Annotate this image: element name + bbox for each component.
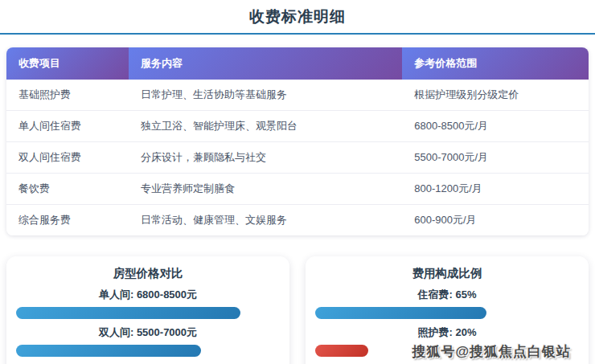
- cell-price: 5500-7000元/月: [402, 142, 589, 174]
- cell-service: 独立卫浴、智能护理床、观景阳台: [129, 111, 402, 142]
- cell-fee-item: 单人间住宿费: [6, 111, 129, 142]
- bar-label-single-room: 单人间: 6800-8500元: [16, 288, 280, 302]
- cell-service: 分床设计，兼顾隐私与社交: [129, 142, 402, 174]
- cell-service: 日常活动、健康管理、文娱服务: [129, 205, 402, 236]
- chart-title: 费用构成比例: [315, 266, 579, 281]
- cell-fee-item: 综合服务费: [6, 205, 129, 236]
- table-row: 综合服务费 日常活动、健康管理、文娱服务 600-900元/月: [6, 205, 589, 236]
- cell-price: 根据护理级别分级定价: [402, 80, 589, 111]
- watermark: 搜狐号@搜狐焦点白银站: [412, 342, 571, 361]
- cell-price: 600-900元/月: [402, 205, 589, 236]
- table-row: 基础照护费 日常护理、生活协助等基础服务 根据护理级别分级定价: [6, 80, 589, 111]
- fee-table: 收费项目 服务内容 参考价格范围 基础照护费 日常护理、生活协助等基础服务 根据…: [6, 47, 589, 235]
- cell-fee-item: 基础照护费: [6, 80, 129, 111]
- bar-label-double-room: 双人间: 5500-7000元: [16, 325, 280, 340]
- bar-care-fee: [315, 345, 368, 357]
- cell-fee-item: 双人间住宿费: [6, 142, 129, 174]
- page-title: 收费标准明细: [0, 0, 595, 33]
- column-header-fee-item: 收费项目: [6, 47, 129, 80]
- cell-service: 日常护理、生活协助等基础服务: [129, 80, 402, 111]
- column-header-service-content: 服务内容: [129, 47, 402, 80]
- table-row: 单人间住宿费 独立卫浴、智能护理床、观景阳台 6800-8500元/月: [6, 111, 589, 142]
- table-row: 餐饮费 专业营养师定制膳食 800-1200元/月: [6, 174, 589, 205]
- table-header-row: 收费项目 服务内容 参考价格范围: [6, 47, 589, 80]
- bar-label-accommodation: 住宿费: 65%: [315, 288, 579, 302]
- bar-single-room: [16, 307, 240, 319]
- cell-fee-item: 餐饮费: [6, 174, 129, 205]
- fee-standard-page: 收费标准明细 收费项目 服务内容 参考价格范围 基础照护费 日常护理、生活协助等…: [0, 0, 595, 364]
- bar-label-care: 照护费: 20%: [315, 325, 579, 340]
- title-divider: [0, 33, 595, 35]
- bar-accommodation-fee: [315, 307, 486, 319]
- bar-double-room: [16, 345, 201, 357]
- table-row: 双人间住宿费 分床设计，兼顾隐私与社交 5500-7000元/月: [6, 142, 589, 174]
- column-header-price-range: 参考价格范围: [402, 47, 589, 80]
- cell-price: 800-1200元/月: [402, 174, 589, 205]
- cell-price: 6800-8500元/月: [402, 111, 589, 142]
- room-price-chart-card: 房型价格对比 单人间: 6800-8500元 双人间: 5500-7000元: [6, 256, 289, 364]
- cell-service: 专业营养师定制膳食: [129, 174, 402, 205]
- chart-title: 房型价格对比: [16, 266, 280, 281]
